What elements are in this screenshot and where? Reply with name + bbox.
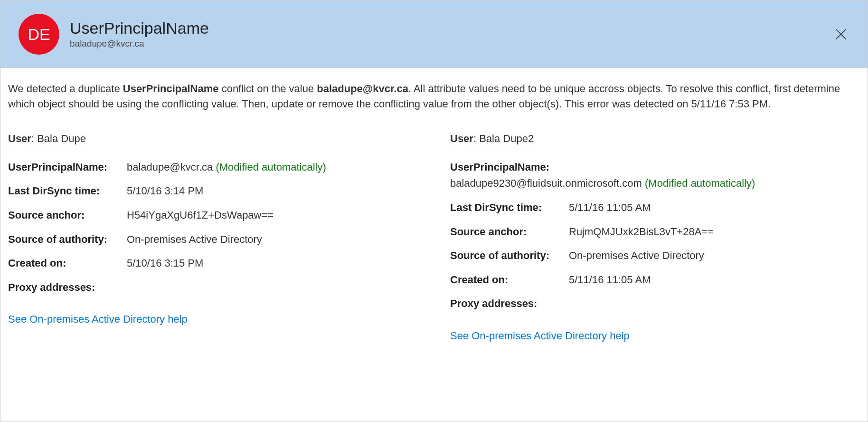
attr-label: Last DirSync time: [450, 201, 569, 215]
attr-label: Last DirSync time: [8, 184, 127, 198]
attr-row-upn: UserPrincipalName: baladupe9230@fluidsui… [450, 161, 860, 191]
attr-value: 5/11/16 11:05 AM [569, 273, 651, 287]
attr-value: baladupe@kvcr.ca (Modified automatically… [127, 161, 326, 174]
attr-value: On-premises Active Directory [127, 233, 262, 247]
close-button[interactable] [831, 25, 850, 44]
attr-value: On-premises Active Directory [569, 249, 704, 263]
attr-value: 5/10/16 3:15 PM [127, 257, 203, 270]
error-dialog: DE UserPrincipalName baladupe@kvcr.ca We… [0, 0, 868, 422]
user-name: Bala Dupe [37, 133, 86, 144]
attr-label: Source anchor: [450, 225, 569, 239]
avatar: DE [19, 14, 59, 55]
modified-badge: (Modified automatically) [645, 177, 755, 189]
attr-row-created: Created on: 5/10/16 3:15 PM [8, 257, 418, 270]
upn-value: baladupe9230@fluidsuit.onmicrosoft.com [450, 177, 642, 189]
header-subtitle: baladupe@kvcr.ca [70, 38, 209, 49]
attr-value: baladupe9230@fluidsuit.onmicrosoft.com (… [450, 177, 860, 191]
user-name: Bala Dupe2 [479, 133, 534, 144]
attr-row-upn: UserPrincipalName: baladupe@kvcr.ca (Mod… [8, 161, 418, 174]
attr-row-anchor: Source anchor: H54iYgaXgU6f1Z+DsWapaw== [8, 209, 418, 222]
user-heading: User: Bala Dupe2 [450, 133, 860, 149]
attr-label: Proxy addresses: [450, 297, 569, 311]
attr-label: Source of authority: [8, 233, 127, 247]
user-label: User [8, 133, 31, 144]
attr-label: Source anchor: [8, 209, 127, 222]
attr-label: UserPrincipalName: [8, 161, 127, 174]
user-columns: User: Bala Dupe UserPrincipalName: balad… [8, 133, 860, 342]
message-bold-value: baladupe@kvcr.ca [317, 83, 408, 95]
user-column-right: User: Bala Dupe2 UserPrincipalName: bala… [450, 133, 860, 342]
user-column-left: User: Bala Dupe UserPrincipalName: balad… [8, 133, 418, 342]
user-heading: User: Bala Dupe [8, 133, 418, 149]
attr-row-proxy: Proxy addresses: [8, 281, 418, 295]
attr-value: 5/11/16 11:05 AM [569, 201, 651, 215]
help-link[interactable]: See On-premises Active Directory help [450, 330, 630, 342]
message-bold-attribute: UserPrincipalName [123, 83, 219, 95]
close-icon [834, 28, 848, 41]
message-part: conflict on the value [219, 83, 317, 95]
attr-value: RujmQMJUxk2BisL3vT+28A== [569, 225, 714, 239]
header-title: UserPrincipalName [70, 19, 209, 37]
attr-label: Created on: [450, 273, 569, 287]
attr-label: UserPrincipalName: [450, 161, 860, 174]
user-label: User [450, 133, 473, 144]
attr-row-dirsync: Last DirSync time: 5/10/16 3:14 PM [8, 184, 418, 198]
attr-value: H54iYgaXgU6f1Z+DsWapaw== [127, 209, 274, 222]
header-text: UserPrincipalName baladupe@kvcr.ca [70, 19, 209, 48]
attr-label: Source of authority: [450, 249, 569, 263]
help-link[interactable]: See On-premises Active Directory help [8, 313, 188, 326]
upn-value: baladupe@kvcr.ca [127, 161, 213, 173]
attr-row-created: Created on: 5/11/16 11:05 AM [450, 273, 860, 287]
dialog-body: We detected a duplicate UserPrincipalNam… [0, 68, 868, 350]
modified-badge: (Modified automatically) [216, 161, 326, 173]
attr-row-authority: Source of authority: On-premises Active … [8, 233, 418, 247]
attr-row-dirsync: Last DirSync time: 5/11/16 11:05 AM [450, 201, 860, 215]
attr-row-proxy: Proxy addresses: [450, 297, 860, 311]
attr-label: Proxy addresses: [8, 281, 127, 295]
attr-row-anchor: Source anchor: RujmQMJUxk2BisL3vT+28A== [450, 225, 860, 239]
dialog-header: DE UserPrincipalName baladupe@kvcr.ca [0, 0, 868, 68]
attr-row-authority: Source of authority: On-premises Active … [450, 249, 860, 263]
message-part: We detected a duplicate [8, 83, 123, 95]
attr-value: 5/10/16 3:14 PM [127, 184, 203, 198]
avatar-initials: DE [28, 25, 50, 44]
attr-label: Created on: [8, 257, 127, 270]
conflict-message: We detected a duplicate UserPrincipalNam… [8, 81, 860, 112]
